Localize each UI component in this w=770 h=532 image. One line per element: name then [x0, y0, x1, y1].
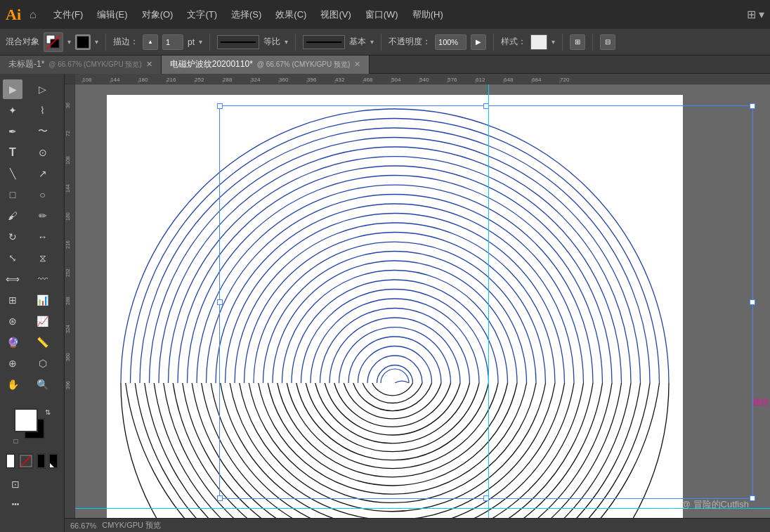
zoom-tool[interactable]: 🔍	[33, 375, 53, 394]
svg-text:504: 504	[391, 77, 401, 83]
width-tool[interactable]: ⟺	[3, 269, 22, 289]
magic-wand-tool[interactable]: ✦	[3, 100, 22, 120]
stroke-style-button[interactable]	[217, 35, 259, 49]
pencil-tool[interactable]: ✏	[33, 206, 53, 226]
free-transform-tool[interactable]: ⊞	[3, 290, 22, 310]
direct-select-tool[interactable]: ▷	[33, 79, 53, 99]
select-tool[interactable]: ▶	[3, 79, 22, 99]
tab-untitled[interactable]: 未标题-1* @ 66.67% (CMYK/GPU 预览) ✕	[0, 56, 162, 74]
separator-6	[562, 34, 563, 51]
tab-main-close[interactable]: ✕	[354, 60, 360, 69]
foreground-color-swatch[interactable]	[14, 408, 38, 432]
svg-text:612: 612	[476, 77, 485, 83]
separator-5	[493, 34, 494, 51]
pen-tool[interactable]: ✒	[3, 122, 22, 141]
reflect-tool[interactable]: ↔	[33, 227, 53, 247]
svg-text:108: 108	[82, 77, 92, 83]
column-graph-tool[interactable]: 📈	[33, 311, 53, 331]
ratio-dropdown-icon[interactable]: ▾	[285, 38, 288, 46]
ruler-left: 36 72 108 144 180 216 252 288 324 360 39…	[65, 84, 75, 518]
path-label: 路径	[753, 397, 769, 408]
svg-text:216: 216	[167, 77, 176, 83]
swap-colors-icon[interactable]: ⇅	[45, 408, 51, 416]
black-color-box[interactable]	[37, 453, 46, 469]
bbox-handle-mr[interactable]	[750, 299, 755, 305]
tab-main-label: 电磁炉波纹20200110*	[170, 58, 253, 70]
warp-tool[interactable]: 〰	[33, 269, 53, 289]
menu-select[interactable]: 选择(S)	[226, 6, 267, 24]
rotate-tool[interactable]: ↻	[3, 227, 22, 247]
base-dropdown-icon[interactable]: ▾	[370, 38, 374, 46]
lasso-tool[interactable]: ⌇	[33, 100, 53, 120]
home-icon[interactable]: ⌂	[30, 8, 37, 21]
menu-effect[interactable]: 效果(C)	[270, 6, 312, 24]
curvature-tool[interactable]: 〜	[33, 122, 53, 141]
fill-color-box[interactable]	[6, 453, 15, 469]
rect-tool[interactable]: □	[3, 185, 22, 205]
menu-view[interactable]: 视图(V)	[315, 6, 356, 24]
stroke-color-button[interactable]	[44, 32, 63, 52]
menu-text[interactable]: 文字(T)	[181, 6, 223, 24]
svg-text:288: 288	[223, 77, 233, 83]
blend-tool[interactable]: ⊕	[3, 353, 22, 373]
blend-mode-dropdown-icon[interactable]: ▾	[67, 38, 71, 46]
none-color-box[interactable]	[18, 453, 34, 469]
fill-dropdown-icon[interactable]: ▾	[95, 38, 98, 46]
stroke-label: 描边：	[113, 36, 138, 48]
artboard-tool[interactable]: ⊡	[6, 474, 25, 494]
menu-window[interactable]: 窗口(W)	[360, 6, 404, 24]
svg-text:684: 684	[532, 77, 542, 83]
stroke-unit-dropdown-icon[interactable]: ▾	[199, 38, 202, 46]
arc-tool[interactable]: ↗	[33, 164, 53, 183]
svg-text:720: 720	[560, 77, 570, 83]
style-preview[interactable]	[530, 34, 547, 50]
eyedropper-tool[interactable]: 🔮	[3, 332, 22, 352]
stroke-up-icon[interactable]: ▲	[143, 34, 158, 50]
blend-mode-label: 混合对象	[6, 36, 39, 48]
ratio-label: 等比	[263, 36, 280, 48]
stroke-value-input[interactable]	[162, 34, 183, 50]
bbox-handle-br[interactable]	[750, 495, 755, 501]
tab-untitled-close[interactable]: ✕	[146, 60, 152, 69]
paintbrush-tool[interactable]: 🖌	[3, 206, 22, 226]
live-paint-tool[interactable]: ⬡	[33, 353, 53, 373]
type-tool[interactable]: T	[3, 143, 22, 162]
workspace-switcher-icon[interactable]: ⊞ ▾	[747, 8, 764, 21]
ellipse-tool[interactable]: ○	[33, 185, 53, 205]
line-tool[interactable]: ╲	[3, 164, 22, 183]
menubar: Ai ⌂ 文件(F) 编辑(E) 对象(O) 文字(T) 选择(S) 效果(C)…	[0, 0, 770, 29]
type-area-tool[interactable]: ⊙	[33, 143, 53, 162]
menu-file[interactable]: 文件(F)	[48, 6, 89, 24]
bbox-handle-tr[interactable]	[750, 103, 755, 109]
default-colors-icon[interactable]: □	[14, 437, 18, 445]
base-style-button[interactable]	[303, 35, 345, 49]
svg-text:252: 252	[195, 77, 204, 83]
svg-text:396: 396	[65, 381, 70, 389]
canvas-area[interactable]: 108 144 180 216 252 288 324	[65, 74, 770, 532]
opacity-input[interactable]	[435, 34, 466, 50]
menu-object[interactable]: 对象(O)	[136, 6, 179, 24]
arrange-icon[interactable]: ⊞	[570, 34, 585, 50]
base-label: 基本	[349, 36, 366, 48]
opacity-expand-icon[interactable]: ▶	[471, 34, 486, 50]
symbol-sprayer-tool[interactable]: ⊛	[3, 311, 22, 331]
scale-tool[interactable]: ⤡	[3, 248, 22, 268]
tab-untitled-label: 未标题-1*	[8, 58, 44, 70]
zoom-level: 66.67%	[70, 521, 96, 530]
style-dropdown-icon[interactable]: ▾	[552, 38, 555, 46]
separator-3	[295, 34, 296, 51]
fill-button[interactable]	[75, 34, 91, 50]
measure-tool[interactable]: 📏	[33, 332, 53, 352]
more-tools-icon[interactable]: •••	[6, 494, 25, 514]
tab-main[interactable]: 电磁炉波纹20200110* @ 66.67% (CMYK/GPU 预览) ✕	[162, 56, 370, 74]
shear-tool[interactable]: ⧖	[33, 248, 53, 268]
svg-text:288: 288	[65, 297, 70, 305]
main-area: ▶ ▷ ✦ ⌇ ✒ 〜 T ⊙ ╲ ↗ □ ○ 🖌 ✏ ↻ ↔ ⤡ ⧖ ⟺ 〰 …	[0, 74, 770, 532]
panel-toggle-icon[interactable]: ⊟	[600, 34, 615, 50]
menu-help[interactable]: 帮助(H)	[407, 6, 449, 24]
graph-tool[interactable]: 📊	[33, 290, 53, 310]
artboard: // Generate spiral arcs in SVG const svg…	[107, 95, 683, 532]
gradient-box[interactable]	[48, 453, 58, 469]
menu-edit[interactable]: 编辑(E)	[91, 6, 133, 24]
hand-tool[interactable]: ✋	[3, 375, 22, 394]
